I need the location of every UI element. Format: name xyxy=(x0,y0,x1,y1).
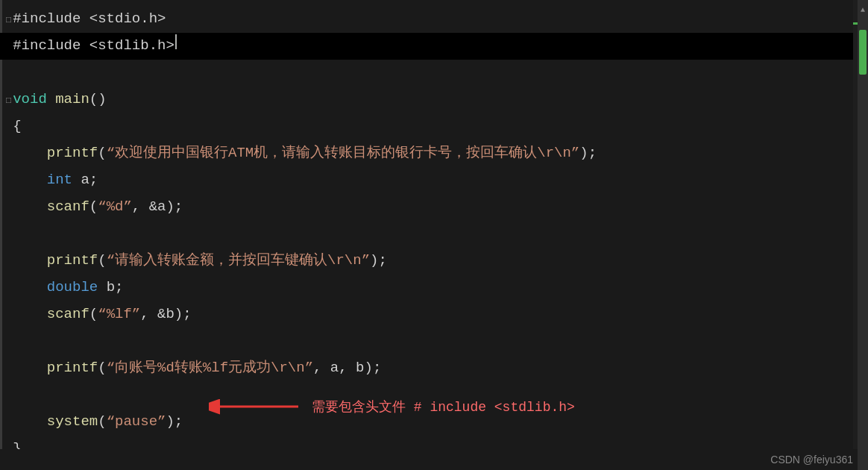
code-line-1: □ #include <stdio.h> xyxy=(0,6,853,33)
line-16-p1: ( xyxy=(98,409,106,434)
line-13-text xyxy=(13,328,21,354)
fold-icon-4[interactable]: □ xyxy=(6,88,11,113)
line-5-text: { xyxy=(13,113,21,139)
line-12-str: “%lf” xyxy=(98,301,140,327)
fold-icon-5: □ xyxy=(6,115,11,140)
line-8-str: “%d” xyxy=(98,194,132,219)
line-9-text xyxy=(13,221,21,246)
line-3-text xyxy=(13,60,21,85)
line-6-str: “欢迎使用中国银行ATM机，请输入转账目标的银行卡号，按回车确认\r\n” xyxy=(107,140,580,166)
code-line-11: □ double b; xyxy=(0,275,853,301)
editor-area: □ #include <stdio.h> □ #include <stdlib.… xyxy=(0,0,868,470)
line-12-indent xyxy=(13,301,47,327)
fold-icon-7: □ xyxy=(6,169,11,194)
line-15-text xyxy=(13,382,21,407)
line-14-str: “向账号%d转账%lf元成功\r\n” xyxy=(107,355,313,380)
code-line-2: □ #include <stdlib.h> xyxy=(0,33,853,60)
line-6-indent xyxy=(13,140,47,166)
line-8-rest: , &a); xyxy=(132,194,183,219)
line-16-indent xyxy=(13,409,47,434)
line-10-str: “请输入转账金额，并按回车键确认\r\n” xyxy=(107,248,370,273)
bottom-bar: CSDN @feiyu361 xyxy=(0,449,868,470)
line-12-p1: ( xyxy=(89,301,98,327)
line-8-p1: ( xyxy=(89,194,98,219)
fold-icon-9: □ xyxy=(6,222,11,248)
code-line-3: □ xyxy=(0,60,853,87)
line-10-p1: ( xyxy=(98,248,106,273)
line-16-str: “pause” xyxy=(107,409,166,434)
fold-icon-8: □ xyxy=(6,195,11,221)
line-1-text: #include <stdio.h> xyxy=(13,6,166,31)
code-line-12: □ scanf(“%lf”, &b); xyxy=(0,301,853,328)
annotation-text: 需要包含头文件 # include <stdlib.h> xyxy=(312,398,575,416)
fold-icon-14: □ xyxy=(6,357,11,382)
line-14-p1: ( xyxy=(98,355,106,380)
line-16-rest: ); xyxy=(166,409,183,434)
code-line-10: □ printf(“请输入转账金额，并按回车键确认\r\n”); xyxy=(0,248,853,275)
line-4-sp xyxy=(47,87,55,112)
fold-icon-2: □ xyxy=(6,34,11,60)
line-4-paren: () xyxy=(89,87,107,112)
line-10-fn: printf xyxy=(47,248,98,273)
code-line-4: □ void main() xyxy=(0,87,853,113)
line-8-fn: scanf xyxy=(47,194,89,219)
watermark-text: CSDN @feiyu361 xyxy=(770,454,853,466)
line-2-text: #include <stdlib.h> xyxy=(13,33,174,58)
code-line-14: □ printf(“向账号%d转账%lf元成功\r\n”, a, b); xyxy=(0,355,853,382)
annotation-container: 需要包含头文件 # include <stdlib.h> xyxy=(209,392,575,422)
line-6-fn: printf xyxy=(47,140,98,166)
code-line-9: □ xyxy=(0,221,853,248)
line-14-rest: , a, b); xyxy=(313,355,381,380)
fold-icon-15: □ xyxy=(6,383,11,409)
fold-icon-13: □ xyxy=(6,330,11,355)
line-12-fn: scanf xyxy=(47,301,89,327)
scrollbar-arrow-up[interactable]: ▲ xyxy=(859,3,867,16)
line-11-kw: double xyxy=(47,275,98,300)
fold-icon-1[interactable]: □ xyxy=(6,7,11,33)
code-line-13: □ xyxy=(0,328,853,355)
line-4-void: void xyxy=(13,87,47,112)
code-line-8: □ scanf(“%d”, &a); xyxy=(0,194,853,221)
fold-icon-3: □ xyxy=(6,61,11,87)
code-line-5: □ { xyxy=(0,113,853,140)
line-4-fn: main xyxy=(55,87,89,112)
line-11-indent xyxy=(13,275,47,300)
annotation-arrow xyxy=(209,392,306,422)
fold-icon-6: □ xyxy=(6,142,11,167)
scrollbar-track[interactable]: ▲ xyxy=(858,0,868,470)
line-8-indent xyxy=(13,194,47,219)
scrollbar-thumb[interactable] xyxy=(859,30,867,75)
line-6-p1: ( xyxy=(98,140,106,166)
line-12-rest: , &b); xyxy=(140,301,191,327)
line-11-rest: b; xyxy=(98,275,123,300)
line-10-indent xyxy=(13,248,47,273)
code-line-7: □ int a; xyxy=(0,167,853,194)
line-14-indent xyxy=(13,355,47,380)
fold-icon-10: □ xyxy=(6,249,11,275)
line-7-rest: a; xyxy=(72,167,98,192)
fold-icon-12: □ xyxy=(6,303,11,328)
line-14-fn: printf xyxy=(47,355,98,380)
fold-icon-16: □ xyxy=(6,410,11,436)
code-line-6: □ printf(“欢迎使用中国银行ATM机，请输入转账目标的银行卡号，按回车确… xyxy=(0,140,853,167)
line-7-kw: int xyxy=(47,167,72,192)
line-16-fn: system xyxy=(47,409,98,434)
line-6-p2: ); xyxy=(579,140,597,166)
line-10-p2: ); xyxy=(370,248,387,273)
text-cursor xyxy=(175,34,177,49)
line-7-indent xyxy=(13,167,47,192)
fold-icon-11: □ xyxy=(6,276,11,301)
